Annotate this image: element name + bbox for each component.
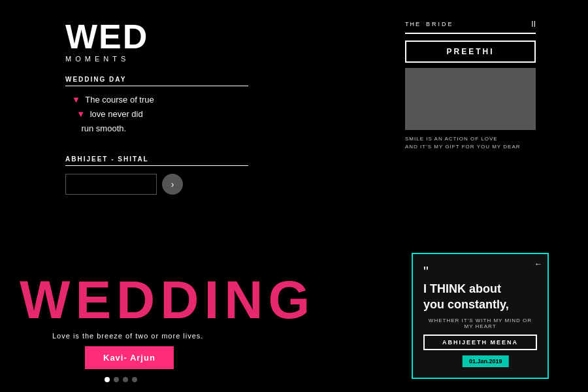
- quote-mark: ": [423, 265, 537, 279]
- section-title-wedding-day: WEDDING DAY: [65, 76, 248, 86]
- quote-line1: ▼ The course of true: [72, 93, 248, 107]
- back-arrow-icon[interactable]: ←: [534, 259, 542, 269]
- quote-person: ABHIJEETH MEENA: [423, 335, 537, 350]
- triangle-icon-2: ▼: [76, 109, 85, 119]
- logo-wed: WED: [65, 20, 248, 54]
- arrow-button[interactable]: ›: [162, 174, 183, 195]
- dot-3[interactable]: [123, 377, 128, 382]
- logo-moments: MOMENTS: [65, 55, 248, 63]
- triangle-icon: ▼: [72, 95, 80, 105]
- quote-line2: ▼ love never did: [72, 107, 248, 122]
- kavi-arjun-button[interactable]: Kavi- Arjun: [85, 346, 174, 369]
- quote-line3: run smooth.: [72, 122, 248, 136]
- dot-2[interactable]: [114, 377, 119, 382]
- wedding-subtitle: Love is the breeze of two or more lives.: [52, 332, 203, 340]
- dots-nav: [105, 377, 137, 382]
- big-wedding-text: WEDDING: [20, 273, 315, 327]
- quote-bold: I THINK about: [423, 282, 501, 295]
- preethi-button[interactable]: PREETHI: [405, 41, 536, 63]
- bride-bar: THE BRIDE II: [405, 20, 536, 34]
- photo-caption: SMILE IS AN ACTION OF LOVE AND IT'S MY G…: [405, 135, 536, 151]
- quote-sub-text: WHETHER IT'S WITH MY MIND OR MY HEART: [423, 318, 537, 329]
- pause-icon[interactable]: II: [531, 20, 536, 29]
- quote-date: 01.Jan.2019: [463, 355, 509, 367]
- the-label: THE: [405, 21, 421, 27]
- quote-normal: you constantly,: [423, 298, 509, 311]
- couple-label: ABHIJEET - SHITAL: [65, 155, 248, 166]
- bride-photo: [405, 68, 536, 130]
- bride-label: BRIDE: [426, 21, 531, 27]
- right-panel-top: THE BRIDE II PREETHI SMILE IS AN ACTION …: [405, 20, 536, 151]
- input-row: ›: [65, 174, 248, 195]
- dot-4[interactable]: [132, 377, 137, 382]
- quote-block: ▼ The course of true ▼ love never did ru…: [65, 93, 248, 136]
- left-panel: WED MOMENTS WEDDING DAY ▼ The course of …: [65, 20, 248, 195]
- quote-card: ← " I THINK about you constantly, WHETHE…: [412, 253, 549, 379]
- dot-1[interactable]: [105, 377, 110, 382]
- name-input[interactable]: [65, 174, 157, 195]
- quote-main-text: I THINK about you constantly,: [423, 282, 537, 312]
